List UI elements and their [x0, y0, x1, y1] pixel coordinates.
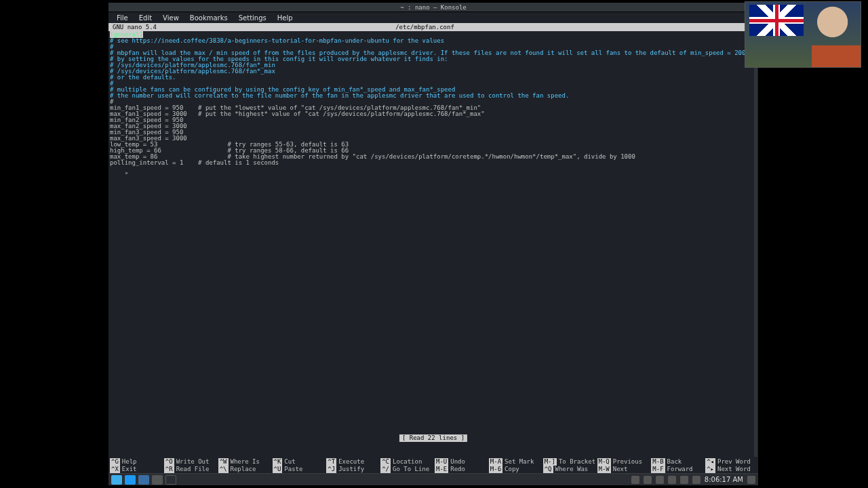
sc-location: ^CLocation — [380, 458, 432, 466]
sc-redo: M-ERedo — [435, 466, 486, 473]
menu-edit[interactable]: Edit — [134, 14, 157, 22]
sc-undo: M-UUndo — [435, 458, 486, 466]
scrollbar[interactable] — [754, 31, 757, 457]
show-desktop-icon[interactable] — [747, 476, 755, 484]
sc-replace: ^\Replace — [218, 466, 270, 473]
sc-previous: M-QPrevious — [597, 458, 649, 466]
taskbar-konsole[interactable] — [165, 475, 176, 485]
clock[interactable]: 8:06:17 AM — [705, 476, 743, 483]
system-tray: 8:06:17 AM — [631, 476, 755, 484]
nano-filename: /etc/mbpfan.conf — [96, 23, 754, 31]
sc-readfile: ^RRead File — [164, 466, 216, 473]
volume-icon[interactable] — [668, 476, 676, 484]
menu-settings[interactable]: Settings — [233, 14, 272, 22]
presenter — [798, 2, 861, 68]
sc-next: M-WNext — [597, 466, 649, 473]
menu-file[interactable]: File — [111, 14, 134, 22]
sc-tobracket: M-]To Bracket — [543, 458, 595, 466]
sc-whereis: ^WWhere Is — [218, 458, 270, 466]
nano-shortcuts: ^GHelp ^OWrite Out ^WWhere Is ^KCut ^TEx… — [108, 458, 758, 473]
sc-prevword: ^◂Prev Word — [705, 458, 757, 466]
comment-block: # see https://ineed.coffee/3838/a-beginn… — [110, 37, 758, 99]
sc-cut: ^KCut — [273, 458, 324, 466]
clipboard-icon[interactable] — [656, 476, 664, 484]
webcam-overlay — [745, 1, 861, 68]
taskbar-app-1[interactable] — [125, 475, 136, 485]
window-titlebar[interactable]: ~ : nano — Konsole ⌄ — [108, 3, 758, 12]
chevron-up-icon[interactable] — [692, 476, 701, 484]
sc-exit: ^XExit — [110, 466, 161, 473]
flag-icon — [749, 5, 804, 36]
menu-bookmarks[interactable]: Bookmarks — [184, 14, 233, 22]
menu-view[interactable]: View — [157, 14, 184, 22]
sc-nextword: ^▸Next Word — [705, 466, 757, 473]
window-title: ~ : nano — Konsole — [400, 4, 467, 11]
menubar: File Edit View Bookmarks Settings Help — [108, 12, 758, 23]
keyboard-icon[interactable] — [644, 476, 652, 484]
nano-statusbar: GNU nano 5.4 /etc/mbpfan.conf — [108, 23, 758, 31]
sc-help: ^GHelp — [110, 458, 161, 466]
sc-writeout: ^OWrite Out — [164, 458, 216, 466]
sc-copy: M-6Copy — [489, 466, 540, 473]
sc-gotoline: ^/Go To Line — [380, 466, 432, 473]
sc-back: M-BBack — [651, 458, 703, 466]
tray-icon[interactable] — [631, 476, 639, 484]
sc-justify: ^JJustify — [326, 466, 378, 473]
read-lines-message: [ Read 22 lines ] — [399, 434, 467, 442]
start-menu-icon[interactable] — [111, 475, 122, 485]
taskbar: 8:06:17 AM — [108, 473, 758, 485]
sc-wherewas: ^QWhere Was — [543, 466, 595, 473]
cursor-line: ° — [110, 171, 128, 178]
menu-help[interactable]: Help — [272, 14, 298, 22]
sc-execute: ^TExecute — [326, 458, 378, 466]
sc-setmark: M-ASet Mark — [489, 458, 540, 466]
app-icon — [111, 4, 118, 11]
desktop: ~ : nano — Konsole ⌄ File Edit View Book… — [0, 0, 868, 488]
network-icon[interactable] — [680, 476, 688, 484]
editor-area[interactable]: [general] # see https://ineed.coffee/383… — [108, 31, 758, 458]
config-block: # min_fan1_speed = 950 # put the *lowest… — [110, 98, 635, 166]
sc-forward: M-FForward — [651, 466, 703, 473]
konsole-window: ~ : nano — Konsole ⌄ File Edit View Book… — [108, 3, 758, 473]
sc-paste: ^UPaste — [273, 466, 324, 473]
taskbar-app-2[interactable] — [138, 475, 149, 485]
taskbar-app-3[interactable] — [152, 475, 163, 485]
